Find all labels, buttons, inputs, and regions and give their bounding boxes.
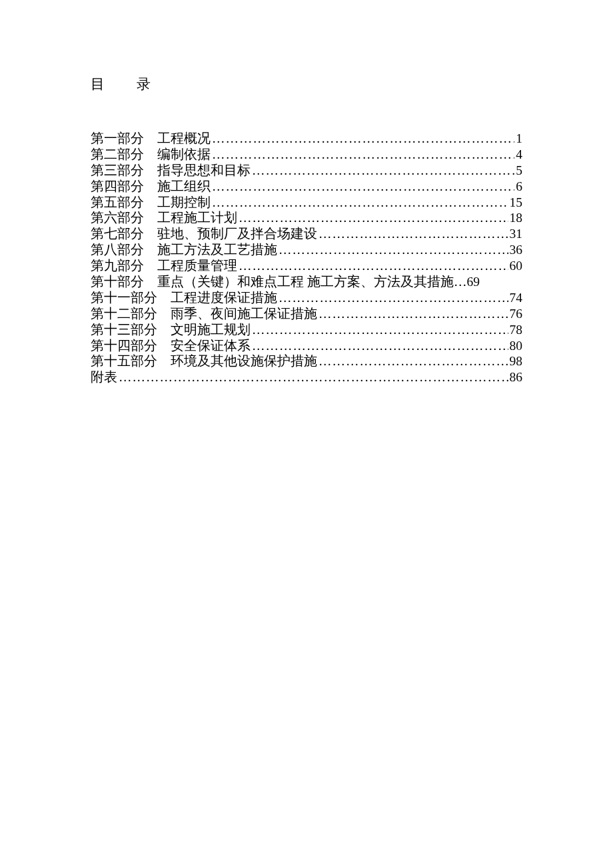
toc-leader <box>252 323 508 337</box>
toc-page-number: 15 <box>510 196 523 209</box>
toc-leader <box>279 243 508 257</box>
toc-entry: 第三部分 指导思想和目标5 <box>91 164 522 177</box>
toc-leader <box>212 148 514 161</box>
toc-entry-title: 工程进度保证措施 <box>171 291 277 305</box>
toc-entry-title: 环境及其他设施保护措施 <box>171 355 317 368</box>
toc-page-number: 69 <box>466 275 480 289</box>
toc-leader <box>239 211 508 225</box>
toc-section-label: 第六部分 <box>91 211 144 225</box>
document-page: 目录 第一部分 工程概况1第二部分 编制依据4第三部分 指导思想和目标5第四部分… <box>0 0 613 384</box>
toc-leader <box>252 339 508 353</box>
toc-entry: 第十一部分 工程进度保证措施74 <box>91 291 522 305</box>
toc-section-label: 第九部分 <box>91 259 144 273</box>
toc-entry: 第五部分 工期控制15 <box>91 196 522 209</box>
toc-gap <box>157 339 171 353</box>
toc-entry-title: 安全保证体系 <box>171 339 251 353</box>
toc-section-label: 第十一部分 <box>91 291 157 305</box>
toc-leader <box>239 259 508 273</box>
toc-leader-short: … <box>454 275 467 289</box>
toc-entry-title: 重点（关键）和难点工程 施工方案、方法及其措施 <box>157 275 454 289</box>
toc-page-number: 78 <box>510 323 523 337</box>
toc-leader <box>212 180 514 193</box>
toc-entry-title: 施工方法及工艺措施 <box>157 243 277 257</box>
toc-page-number: 36 <box>510 243 523 257</box>
toc-section-label: 第十二部分 <box>91 307 157 321</box>
toc-page-number: 6 <box>516 180 522 193</box>
toc-page-number: 98 <box>510 355 523 368</box>
toc-entry: 第八部分 施工方法及工艺措施36 <box>91 243 522 257</box>
toc-gap <box>144 227 157 241</box>
toc-gap <box>157 355 171 368</box>
toc-entry: 第十四部分 安全保证体系80 <box>91 339 522 353</box>
toc-section-label: 第一部分 <box>91 132 144 145</box>
toc-section-label: 第十五部分 <box>91 355 157 368</box>
table-of-contents: 第一部分 工程概况1第二部分 编制依据4第三部分 指导思想和目标5第四部分 施工… <box>91 132 522 384</box>
toc-gap <box>157 323 171 337</box>
toc-entry: 第十三部分 文明施工规划78 <box>91 323 522 337</box>
toc-leader <box>212 196 508 209</box>
toc-entry-title: 编制依据 <box>157 148 211 161</box>
toc-gap <box>144 164 157 177</box>
toc-entry-title: 工期控制 <box>157 196 211 209</box>
toc-section-label: 第十三部分 <box>91 323 157 337</box>
toc-gap <box>144 132 157 145</box>
toc-gap <box>144 196 157 209</box>
toc-entry-title: 工程施工计划 <box>157 211 237 225</box>
toc-page-number: 31 <box>510 227 523 241</box>
toc-page-number: 4 <box>516 148 522 161</box>
toc-entry: 第一部分 工程概况1 <box>91 132 522 145</box>
toc-entry-title: 驻地、预制厂及拌合场建设 <box>157 227 317 241</box>
toc-entry-title: 工程概况 <box>157 132 211 145</box>
toc-page-number: 86 <box>510 371 523 384</box>
toc-section-label: 第十四部分 <box>91 339 157 353</box>
toc-entry: 第七部分 驻地、预制厂及拌合场建设31 <box>91 227 522 241</box>
toc-page-number: 74 <box>510 291 523 305</box>
toc-entry: 第六部分 工程施工计划18 <box>91 211 522 225</box>
toc-leader <box>318 355 508 368</box>
toc-entry-title: 指导思想和目标 <box>157 164 251 177</box>
toc-section-label: 第八部分 <box>91 243 144 257</box>
toc-leader <box>318 227 508 241</box>
toc-gap <box>144 259 157 273</box>
toc-page-number: 60 <box>510 259 523 273</box>
toc-entry-title: 施工组织 <box>157 180 211 193</box>
toc-leader <box>318 307 508 321</box>
toc-gap <box>144 275 157 289</box>
toc-leader <box>252 164 514 177</box>
toc-leader <box>212 132 514 145</box>
toc-entry-title: 文明施工规划 <box>171 323 251 337</box>
toc-gap <box>144 148 157 161</box>
toc-entry: 第十部分 重点（关键）和难点工程 施工方案、方法及其措施 …69 <box>91 275 522 289</box>
toc-leader <box>279 291 508 305</box>
toc-gap <box>157 291 171 305</box>
toc-page-number: 76 <box>510 307 523 321</box>
toc-gap <box>144 211 157 225</box>
toc-section-label: 第十部分 <box>91 275 144 289</box>
toc-entry-title: 工程质量管理 <box>157 259 237 273</box>
toc-heading: 目录 <box>91 75 522 93</box>
toc-entry: 附表86 <box>91 371 522 384</box>
toc-entry-title: 雨季、夜间施工保证措施 <box>171 307 317 321</box>
toc-section-label: 第七部分 <box>91 227 144 241</box>
toc-entry: 第九部分 工程质量管理60 <box>91 259 522 273</box>
toc-section-label: 第二部分 <box>91 148 144 161</box>
toc-gap <box>144 180 157 193</box>
toc-entry: 第十五部分 环境及其他设施保护措施98 <box>91 355 522 368</box>
toc-entry: 第四部分 施工组织6 <box>91 180 522 193</box>
toc-entry: 第十二部分 雨季、夜间施工保证措施76 <box>91 307 522 321</box>
toc-section-label: 附表 <box>91 371 117 384</box>
toc-page-number: 18 <box>510 211 523 225</box>
toc-section-label: 第五部分 <box>91 196 144 209</box>
toc-page-number: 80 <box>510 339 523 353</box>
toc-entry: 第二部分 编制依据4 <box>91 148 522 161</box>
toc-page-number: 1 <box>516 132 522 145</box>
toc-section-label: 第四部分 <box>91 180 144 193</box>
toc-gap <box>144 243 157 257</box>
toc-gap <box>157 307 171 321</box>
toc-leader <box>119 371 508 384</box>
toc-section-label: 第三部分 <box>91 164 144 177</box>
toc-page-number: 5 <box>516 164 522 177</box>
